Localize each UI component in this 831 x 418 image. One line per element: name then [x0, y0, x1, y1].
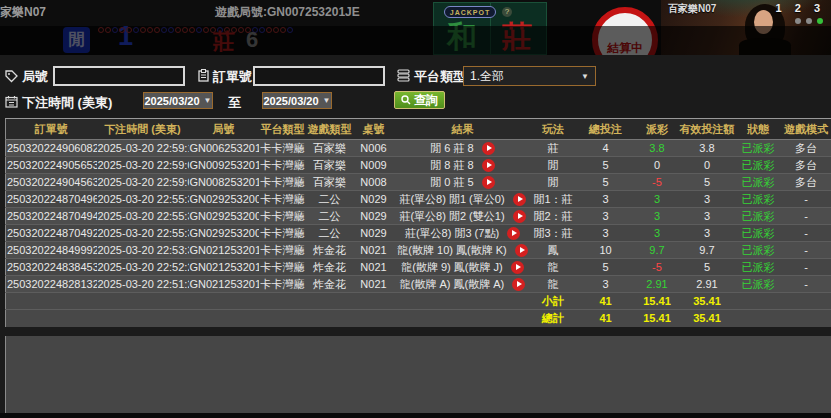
cell-empty — [307, 310, 353, 327]
date-from-select[interactable]: 2025/03/20 ▼ — [143, 92, 213, 109]
table-header-row: 訂單號下注時間 (美東)局號平台類型遊戲類型桌號結果玩法總投注派彩有效投注額狀態… — [6, 119, 831, 140]
replay-button[interactable] — [512, 278, 525, 291]
platform-type-value: 1.全部 — [470, 68, 504, 85]
replay-button[interactable] — [511, 261, 524, 274]
cell-mode: - — [781, 225, 831, 242]
platform-type-icon — [397, 69, 410, 82]
jackpot-help-icon[interactable]: ? — [502, 7, 512, 17]
cell-empty — [395, 293, 531, 310]
cell-platform: 卡卡灣廳 — [259, 140, 307, 157]
platform-type-select[interactable]: 1.全部 ▼ — [463, 66, 596, 86]
bet-time-label: 下注時間 (美東) — [22, 94, 112, 112]
cell-bet_time: 2025-03-20 22:55:37 — [97, 225, 189, 242]
date-from-value: 2025/03/20 — [145, 95, 200, 107]
cell-round_id: GN021253201A3 — [189, 259, 259, 276]
cell-status: 已派彩 — [736, 259, 781, 276]
replay-button[interactable] — [513, 193, 526, 206]
cell-table_no: N029 — [353, 225, 395, 242]
column-header-status: 狀態 — [736, 119, 781, 140]
table-row: 2503202249056532025-03-20 22:59:07GN0092… — [6, 157, 831, 174]
cell-empty — [189, 310, 259, 327]
replay-button[interactable] — [482, 142, 495, 155]
cell-empty — [781, 293, 831, 310]
cell-valid_bet: 5 — [679, 174, 736, 191]
cell-bet_time: 2025-03-20 22:53:31 — [97, 242, 189, 259]
cell-order_id: 250320224870494 — [6, 208, 97, 225]
cell-total_bet: 3 — [576, 208, 636, 225]
overlay-dim — [0, 26, 831, 55]
result-text: 閒 0 莊 5 — [430, 176, 473, 188]
bottom-black-bar — [0, 413, 831, 418]
order-no-input[interactable] — [253, 66, 385, 86]
replay-button[interactable] — [482, 159, 495, 172]
result-text: 閒 6 莊 8 — [430, 142, 473, 154]
cell-bet_time: 2025-03-20 22:59:10 — [97, 140, 189, 157]
cell-game_type: 二公 — [307, 225, 353, 242]
cell-valid_bet: 5 — [679, 259, 736, 276]
cell-empty — [307, 293, 353, 310]
cell-game_type: 二公 — [307, 208, 353, 225]
cell-round_id: GN029253200PB — [189, 225, 259, 242]
cell-payout: 0 — [636, 157, 679, 174]
cell-payout: 3 — [636, 191, 679, 208]
clipboard-icon — [197, 69, 210, 82]
cell-order_id: 250320224849992 — [6, 242, 97, 259]
column-header-valid_bet: 有效投注額 — [679, 119, 736, 140]
cell-platform: 卡卡灣廳 — [259, 225, 307, 242]
cell-game_type: 百家樂 — [307, 174, 353, 191]
cell-round_id: GN009253201K4 — [189, 157, 259, 174]
play-icon — [520, 247, 525, 253]
cell-valid_bet: 3.8 — [679, 140, 736, 157]
cell-result: 閒 0 莊 5 — [395, 174, 531, 191]
result-text: 莊(單公8) 閒1 (單公0) — [399, 193, 504, 205]
game-background-strip: 家樂N07 遊戲局號:GN007253201JE 閒 1 莊 6 JACKPOT… — [0, 0, 831, 55]
round-no-label: 局號 — [22, 68, 48, 86]
cell-game_type: 炸金花 — [307, 242, 353, 259]
table-row: 2503202249060822025-03-20 22:59:10GN0062… — [6, 140, 831, 157]
cell-play: 閒 — [531, 157, 576, 174]
cell-game_type: 百家樂 — [307, 157, 353, 174]
cell-game_type: 炸金花 — [307, 259, 353, 276]
cell-total_bet: 10 — [576, 242, 636, 259]
filter-bar: 局號 訂單號 平台類型 1.全部 ▼ 下注時間 (美東) 2025/03/20 … — [0, 55, 831, 118]
game-round-label: 遊戲局號:GN007253201JE — [215, 4, 360, 21]
table-row: 2503202248704942025-03-20 22:55:37GN0292… — [6, 208, 831, 225]
cell-play: 龍 — [531, 259, 576, 276]
replay-button[interactable] — [507, 227, 520, 240]
date-to-select[interactable]: 2025/03/20 ▼ — [262, 92, 332, 109]
camera-selector[interactable]: 1 2 3 — [776, 2, 825, 14]
result-text: 莊(單公8) 閒2 (雙公1) — [399, 210, 504, 222]
round-no-input[interactable] — [53, 66, 185, 86]
replay-button[interactable] — [513, 210, 526, 223]
result-text: 龍(散牌 9) 鳳(散牌 J) — [401, 261, 502, 273]
cell-result: 龍(散牌 A) 鳳(散牌 A) — [395, 276, 531, 293]
cell-play: 閒1：莊 — [531, 191, 576, 208]
cell-status: 已派彩 — [736, 225, 781, 242]
cell-mode: - — [781, 208, 831, 225]
cell-result: 莊(單公8) 閒2 (雙公1) — [395, 208, 531, 225]
cell-payout: -5 — [636, 174, 679, 191]
cell-game_type: 炸金花 — [307, 276, 353, 293]
cell-bet_time: 2025-03-20 22:51:21 — [97, 276, 189, 293]
replay-button[interactable] — [482, 176, 495, 189]
cell-empty — [353, 293, 395, 310]
replay-button[interactable] — [515, 244, 528, 257]
cell-payout: 3 — [636, 208, 679, 225]
search-button[interactable]: 查詢 — [394, 91, 445, 109]
play-icon — [487, 145, 492, 151]
cell-table_no: N006 — [353, 140, 395, 157]
subtotal-row: 小計4115.4135.41 — [6, 293, 831, 310]
cell-mode: 多台 — [781, 140, 831, 157]
cell-order_id: 250320224870496 — [6, 191, 97, 208]
order-no-label: 訂單號 — [213, 68, 252, 86]
cell-play: 閒3：莊 — [531, 225, 576, 242]
cell-platform: 卡卡灣廳 — [259, 208, 307, 225]
app-screen: 家樂N07 遊戲局號:GN007253201JE 閒 1 莊 6 JACKPOT… — [0, 0, 831, 418]
result-text: 龍(散牌 A) 鳳(散牌 A) — [400, 278, 505, 290]
cell-table_no: N009 — [353, 157, 395, 174]
cell-payout: 3.8 — [636, 140, 679, 157]
cell-order_id: 250320224838453 — [6, 259, 97, 276]
column-header-payout: 派彩 — [636, 119, 679, 140]
column-header-table_no: 桌號 — [353, 119, 395, 140]
cell-round_id: GN021253201A2 — [189, 276, 259, 293]
